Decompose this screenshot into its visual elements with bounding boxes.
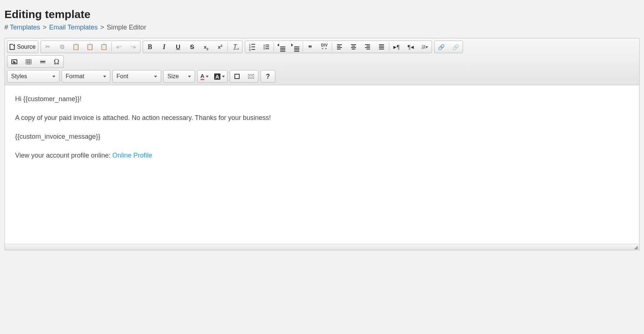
underline-button[interactable]: U [171, 41, 185, 53]
cut-button[interactable]: ✂ [41, 41, 55, 53]
link-button[interactable]: 🔗 [435, 41, 449, 53]
outdent-button[interactable] [274, 41, 288, 53]
size-label: Size [167, 73, 179, 80]
bold-button[interactable]: B [143, 41, 157, 53]
maximize-icon [234, 74, 240, 79]
text-color-button[interactable]: A [198, 70, 212, 82]
blockquote-button[interactable]: ❞ [303, 41, 317, 53]
align-left-icon [337, 44, 342, 49]
blockquote-icon: ❞ [308, 47, 312, 50]
separator [274, 42, 274, 51]
bulleted-list-button[interactable] [259, 41, 273, 53]
format-label: Format [66, 73, 84, 80]
styles-combo[interactable]: Styles [7, 70, 59, 83]
div-container-button[interactable]: DIV< > [317, 41, 331, 53]
paste-icon: 📋 [72, 44, 80, 50]
paste-text-icon: 📋 [86, 44, 94, 50]
align-center-button[interactable] [347, 41, 361, 53]
undo-icon [116, 46, 122, 48]
italic-button[interactable]: I [157, 41, 171, 53]
breadcrumb-hash: # [4, 24, 8, 31]
redo-button[interactable] [126, 41, 140, 53]
rtl-button[interactable]: ¶◂ [404, 41, 418, 53]
superscript-button[interactable]: x2 [213, 41, 227, 53]
align-justify-button[interactable] [375, 41, 389, 53]
content-line: View your account profile online: Online… [15, 151, 629, 161]
language-icon: 語▾ [422, 45, 428, 49]
paste-text-button[interactable]: 📋 [83, 41, 97, 53]
remove-format-button[interactable]: T [228, 41, 242, 53]
unlink-button[interactable]: 🔗 [449, 41, 463, 53]
breadcrumb-current: Simple Editor [107, 24, 146, 31]
source-button[interactable]: Source [7, 41, 38, 53]
subscript-button[interactable]: x2 [199, 41, 213, 53]
breadcrumb: # Templates > Email Templates > Simple E… [4, 24, 640, 31]
align-right-icon [365, 44, 370, 49]
help-icon: ? [266, 73, 270, 80]
italic-icon: I [163, 44, 166, 50]
source-label: Source [17, 44, 36, 50]
online-profile-link[interactable]: Online Profile [112, 152, 152, 159]
indent-icon [291, 42, 299, 52]
indent-button[interactable] [288, 41, 302, 53]
font-combo[interactable]: Font [112, 70, 161, 83]
breadcrumb-link-email-templates[interactable]: Email Templates [49, 24, 98, 31]
bg-color-button[interactable]: A [212, 70, 227, 82]
cut-icon: ✂ [45, 44, 50, 50]
size-combo[interactable]: Size [163, 70, 195, 83]
font-label: Font [116, 73, 128, 80]
paste-word-button[interactable]: 📋 [97, 41, 111, 53]
about-button[interactable]: ? [261, 70, 275, 82]
numbered-list-button[interactable]: 123 [245, 41, 259, 53]
editor-content-area[interactable]: Hi {{customer_name}}! A copy of your pai… [5, 85, 639, 244]
redo-icon [130, 46, 136, 48]
undo-button[interactable] [112, 41, 126, 53]
copy-button[interactable]: ⧉ [55, 41, 69, 53]
copy-icon: ⧉ [60, 44, 64, 50]
strike-button[interactable]: S [185, 41, 199, 53]
paste-word-icon: 📋 [100, 44, 108, 50]
resize-handle[interactable] [5, 244, 639, 250]
bold-icon: B [148, 44, 152, 50]
breadcrumb-link-templates[interactable]: Templates [10, 24, 40, 31]
breadcrumb-sep: > [43, 24, 47, 31]
align-right-button[interactable] [361, 41, 375, 53]
maximize-button[interactable] [230, 70, 244, 82]
table-icon [26, 59, 31, 64]
omega-icon: Ω [54, 58, 59, 65]
align-left-button[interactable] [333, 41, 347, 53]
show-blocks-button[interactable] [244, 70, 258, 82]
image-icon [11, 59, 17, 64]
separator [111, 42, 112, 51]
table-button[interactable] [21, 56, 35, 68]
chevron-down-icon [188, 76, 191, 78]
content-line: A copy of your paid invoice is attached.… [15, 113, 629, 123]
rtl-icon: ¶◂ [408, 44, 414, 50]
format-combo[interactable]: Format [62, 70, 110, 83]
chevron-down-icon [103, 76, 106, 78]
paste-button[interactable]: 📋 [69, 41, 83, 53]
language-button[interactable]: 語▾ [418, 41, 432, 53]
special-char-button[interactable]: Ω [49, 56, 63, 68]
bulleted-list-icon [264, 45, 269, 49]
strike-icon: S [190, 44, 194, 50]
page-title: Editing template [4, 8, 640, 21]
editor-frame: Source ✂ ⧉ 📋 📋 📋 B I U S x2 x2 [4, 38, 640, 250]
horizontal-rule-button[interactable] [35, 56, 49, 68]
horizontal-rule-icon [40, 60, 45, 63]
underline-icon: U [176, 44, 180, 50]
image-button[interactable] [7, 56, 21, 68]
align-justify-icon [379, 44, 384, 49]
separator [227, 42, 228, 51]
ltr-button[interactable]: ▸¶ [390, 41, 404, 53]
subscript-icon: x2 [204, 45, 208, 49]
div-icon: DIV< > [321, 44, 328, 50]
editor-toolbar: Source ✂ ⧉ 📋 📋 📋 B I U S x2 x2 [5, 38, 639, 85]
chevron-down-icon [206, 76, 209, 78]
numbered-list-icon: 123 [249, 44, 255, 51]
unlink-icon: 🔗 [452, 44, 459, 50]
chevron-down-icon [52, 76, 55, 78]
show-blocks-icon [248, 74, 254, 79]
remove-format-icon: T [233, 44, 237, 50]
bg-color-icon: A [214, 73, 220, 80]
